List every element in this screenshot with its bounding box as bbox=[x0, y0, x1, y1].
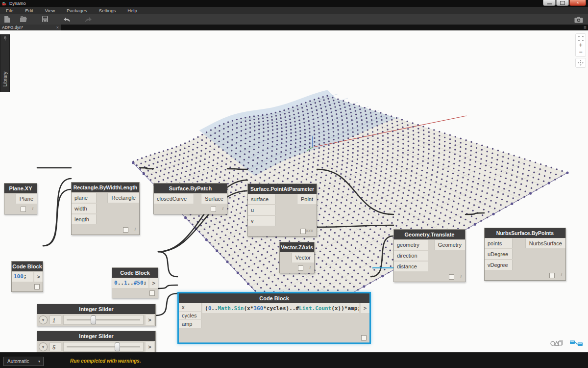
port-output-result[interactable]: > bbox=[149, 278, 158, 288]
wire[interactable] bbox=[466, 213, 484, 214]
node-surface-bypatch[interactable]: Surface.ByPatchclosedCurveSurfaceI bbox=[153, 183, 227, 214]
lacing-indicator[interactable]: I bbox=[309, 265, 311, 270]
wire[interactable] bbox=[317, 169, 393, 214]
port-input-x[interactable]: x bbox=[179, 303, 201, 311]
node-code-block-wave[interactable]: Code Blockxcyclesamp(0..Math.Sin(x*360*c… bbox=[177, 292, 371, 344]
chevron-down-icon[interactable]: ▾ bbox=[39, 315, 48, 324]
menu-help[interactable]: Help bbox=[127, 8, 137, 13]
node-plane-xy[interactable]: Plane.XYPlaneI bbox=[4, 183, 37, 214]
node-geometry-translate[interactable]: Geometry.Translategeometrydirectiondista… bbox=[393, 229, 466, 282]
preview-checkbox[interactable] bbox=[300, 229, 306, 234]
port-input-cycles[interactable]: cycles bbox=[179, 312, 201, 319]
pin-icon[interactable] bbox=[3, 36, 7, 41]
slider-thumb[interactable] bbox=[115, 342, 120, 351]
port-output-value[interactable]: > bbox=[146, 315, 154, 325]
menu-edit[interactable]: Edit bbox=[25, 8, 33, 13]
node-title[interactable]: Plane.XY bbox=[4, 184, 37, 193]
node-title[interactable]: Integer Slider bbox=[37, 304, 155, 314]
wire[interactable] bbox=[43, 189, 71, 246]
redo-icon[interactable] bbox=[84, 16, 92, 23]
wire[interactable] bbox=[158, 252, 177, 277]
port-input-plane[interactable]: plane bbox=[72, 193, 97, 203]
node-title[interactable]: Surface.ByPatch bbox=[154, 184, 227, 193]
code-text[interactable]: 0..1..#50; bbox=[112, 278, 148, 288]
slider-track[interactable] bbox=[63, 315, 144, 325]
slider-value[interactable]: 1 bbox=[49, 315, 61, 324]
port-output-Vector[interactable]: Vector bbox=[292, 253, 314, 263]
graph-canvas[interactable]: Plane.XYPlaneIRectangle.ByWidthLengthpla… bbox=[0, 30, 588, 352]
port-input-length[interactable]: length bbox=[72, 214, 97, 224]
port-output-result[interactable]: > bbox=[361, 303, 369, 313]
preview-checkbox[interactable] bbox=[211, 207, 216, 212]
code-text[interactable]: 100; bbox=[12, 272, 33, 282]
port-input-uDegree[interactable]: uDegree bbox=[485, 249, 513, 259]
undo-icon[interactable] bbox=[63, 16, 71, 23]
port-input-u[interactable]: u bbox=[248, 205, 276, 215]
node-rectangle-bywidthlength[interactable]: Rectangle.ByWidthLengthplanewidthlengthR… bbox=[71, 182, 140, 235]
port-input-direction[interactable]: direction bbox=[394, 251, 428, 261]
lacing-indicator[interactable]: I bbox=[134, 227, 136, 232]
preview-checkbox[interactable] bbox=[21, 207, 26, 212]
hamburger-icon[interactable]: ≡ bbox=[584, 25, 587, 30]
pan-button[interactable] bbox=[575, 58, 586, 68]
node-code-block-100[interactable]: Code Block100;> bbox=[11, 261, 43, 292]
new-file-icon[interactable] bbox=[4, 16, 12, 23]
port-input-geometry[interactable]: geometry bbox=[394, 240, 428, 250]
library-panel-tab[interactable]: Library bbox=[0, 34, 10, 92]
camera-icon[interactable] bbox=[574, 16, 582, 24]
lacing-indicator[interactable]: xxx bbox=[306, 228, 313, 233]
menu-settings[interactable]: Settings bbox=[99, 8, 116, 13]
wire[interactable] bbox=[227, 169, 247, 169]
lacing-indicator[interactable]: I bbox=[222, 206, 223, 211]
preview-checkbox[interactable] bbox=[34, 284, 40, 289]
port-input-v[interactable]: v bbox=[248, 216, 276, 226]
lacing-indicator[interactable]: I bbox=[32, 206, 33, 211]
port-output-Geometry[interactable]: Geometry bbox=[434, 240, 465, 250]
node-title[interactable]: Code Block bbox=[12, 262, 43, 271]
port-input-closedCurve[interactable]: closedCurve bbox=[154, 194, 194, 204]
wire[interactable] bbox=[156, 285, 177, 289]
open-icon[interactable] bbox=[20, 16, 27, 23]
preview-checkbox[interactable] bbox=[123, 227, 128, 233]
save-icon[interactable] bbox=[42, 16, 49, 23]
port-input-amp[interactable]: amp bbox=[179, 320, 201, 328]
node-code-block-range[interactable]: Code Block0..1..#50;> bbox=[112, 267, 158, 298]
node-integer-slider-1[interactable]: Integer Slider▾1> bbox=[37, 304, 156, 326]
port-output-Plane[interactable]: Plane bbox=[16, 194, 37, 204]
code-text[interactable]: (0..Math.Sin(x*360*cycles)..#List.Count(… bbox=[205, 305, 359, 312]
tab-adfg[interactable]: ADFG.dyn* × bbox=[0, 25, 61, 30]
port-input-vDegree[interactable]: vDegree bbox=[485, 260, 513, 270]
maximize-button[interactable] bbox=[556, 0, 569, 6]
wire[interactable] bbox=[156, 293, 177, 315]
zoom-out-button[interactable]: − bbox=[577, 49, 585, 55]
port-input-distance[interactable]: distance bbox=[394, 262, 428, 271]
slider-track[interactable] bbox=[63, 342, 144, 352]
node-title[interactable]: Rectangle.ByWidthLength bbox=[72, 183, 139, 192]
minimize-button[interactable] bbox=[543, 0, 556, 6]
slider-thumb[interactable] bbox=[91, 315, 96, 324]
port-input-points[interactable]: points bbox=[485, 238, 513, 248]
geometry-view-icon[interactable] bbox=[549, 339, 564, 347]
menu-file[interactable]: File bbox=[6, 8, 13, 13]
node-title[interactable]: Code Block bbox=[179, 293, 369, 303]
node-vector-zaxis[interactable]: Vector.ZAxisVectorI bbox=[279, 242, 315, 273]
tab-close-icon[interactable]: × bbox=[56, 25, 59, 30]
port-output-NurbsSurface[interactable]: NurbsSurface bbox=[525, 238, 565, 248]
port-output-result[interactable]: > bbox=[34, 272, 43, 282]
wire[interactable] bbox=[371, 236, 393, 277]
port-input-surface[interactable]: surface bbox=[248, 194, 276, 204]
preview-checkbox[interactable] bbox=[149, 290, 155, 296]
port-output-Rectangle[interactable]: Rectangle bbox=[107, 193, 139, 203]
node-title[interactable]: NurbsSurface.ByPoints bbox=[485, 228, 565, 238]
node-title[interactable]: Integer Slider bbox=[37, 331, 155, 341]
port-output-value[interactable]: > bbox=[146, 342, 154, 352]
preview-checkbox[interactable] bbox=[361, 335, 367, 341]
run-mode-select[interactable]: Automatic ▾ bbox=[3, 357, 44, 366]
node-integer-slider-2[interactable]: Integer Slider▾5> bbox=[37, 331, 156, 352]
node-nurbssurface-bypoints[interactable]: NurbsSurface.ByPointspointsuDegreevDegre… bbox=[484, 228, 566, 281]
node-title[interactable]: Surface.PointAtParameter bbox=[248, 184, 317, 194]
graph-view-icon[interactable] bbox=[568, 339, 584, 347]
node-title[interactable]: Geometry.Translate bbox=[394, 230, 465, 239]
preview-checkbox[interactable] bbox=[298, 265, 303, 271]
node-title[interactable]: Vector.ZAxis bbox=[280, 242, 314, 252]
